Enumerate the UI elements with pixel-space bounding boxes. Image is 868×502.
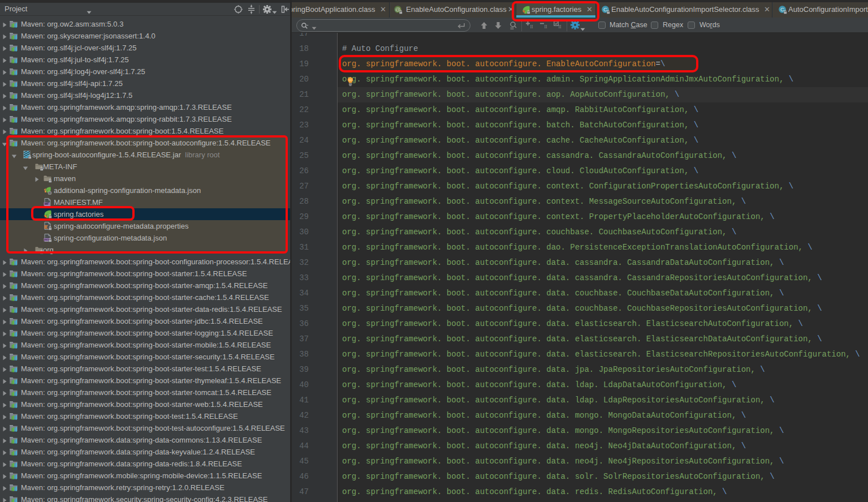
svg-text:C: C [780,6,784,12]
svg-text:C: C [603,6,607,12]
svg-text:II: II [545,24,547,29]
svg-text:II: II [530,24,533,29]
svg-text:@: @ [395,6,401,12]
svg-text:II: II [559,24,562,29]
